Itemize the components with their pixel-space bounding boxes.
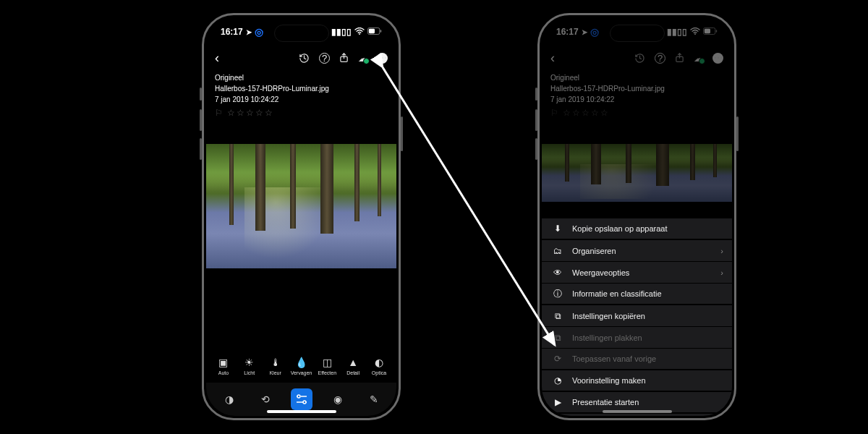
tool-detail[interactable]: ▲Detail xyxy=(341,357,365,375)
battery-icon xyxy=(367,27,382,37)
apply-icon: ⟳ xyxy=(552,354,563,364)
tool-blur[interactable]: 💧Vervagen xyxy=(289,357,313,375)
home-indicator[interactable] xyxy=(267,410,336,413)
folders-icon: 🗂 xyxy=(552,246,563,256)
app-toolbar: ‹ ? ☁ … xyxy=(542,46,732,69)
volume-up xyxy=(535,109,537,131)
svg-rect-14 xyxy=(716,30,717,33)
origin-label: Origineel xyxy=(215,72,388,83)
clock: 16:17 xyxy=(556,27,579,37)
download-icon: ⬇ xyxy=(552,224,563,234)
chevron-right-icon: › xyxy=(720,268,723,277)
svg-point-0 xyxy=(359,33,360,35)
menu-organize[interactable]: 🗂Organiseren› xyxy=(542,240,732,262)
phone-mockup-left: 16:17 ➤ ◎ ✓ ▮▮▯▯ ‹ ? xyxy=(202,13,401,420)
cellular-icon: ▮▮▯▯ xyxy=(667,27,687,37)
help-icon[interactable]: ? xyxy=(319,53,330,64)
menu-view-options[interactable]: 👁Weergaveopties› xyxy=(542,262,732,284)
location-icon: ➤ xyxy=(246,28,252,36)
paste-icon: ⧉ xyxy=(552,333,563,343)
more-button[interactable]: … xyxy=(712,53,723,64)
location-icon: ➤ xyxy=(582,28,587,36)
share-icon[interactable] xyxy=(675,53,684,63)
photo-metadata: Origineel Hallerbos-157-HDRPro-Luminar.j… xyxy=(206,69,396,119)
tool-light[interactable]: ☀Licht xyxy=(237,357,262,375)
volume-up xyxy=(200,109,202,131)
history-icon[interactable] xyxy=(299,53,310,64)
menu-save-copy[interactable]: ⬇Kopie opslaan op apparaat xyxy=(542,218,732,240)
power-button xyxy=(401,116,403,151)
nav-crop[interactable]: ⟲ xyxy=(255,388,276,410)
filename: Hallerbos-157-HDRPro-Luminar.jpg xyxy=(550,83,723,94)
filename: Hallerbos-157-HDRPro-Luminar.jpg xyxy=(215,83,388,94)
home-indicator[interactable] xyxy=(603,410,672,413)
back-button[interactable]: ‹ xyxy=(550,51,555,66)
menu-create-preset[interactable]: ◔Voorinstelling maken xyxy=(542,370,732,392)
tool-effects[interactable]: ◫Effecten xyxy=(315,357,339,375)
datetime: 7 jan 2019 10:24:22 xyxy=(215,94,388,105)
svg-rect-13 xyxy=(705,29,710,33)
menu-paste-settings: ⧉Instellingen plakken xyxy=(542,327,732,349)
sync-ok-icon: ✓ xyxy=(319,27,328,37)
info-icon: ⓘ xyxy=(552,288,563,300)
app-toolbar: ‹ ? ☁ … xyxy=(206,46,396,69)
edit-tools-bar: ▣Auto ☀Licht 🌡Kleur 💧Vervagen ◫Effecten … xyxy=(206,349,396,383)
menu-apply-previous: ⟳Toepassen vanaf vorige xyxy=(542,349,732,370)
nav-healing[interactable]: ✎ xyxy=(363,388,385,410)
svg-rect-2 xyxy=(369,29,375,33)
help-icon[interactable]: ? xyxy=(655,53,665,64)
wifi-icon xyxy=(354,27,365,37)
rating[interactable]: ⚐☆☆☆☆☆ xyxy=(215,106,388,119)
tool-optics[interactable]: ◐Optica xyxy=(367,357,391,375)
svg-point-8 xyxy=(303,401,306,404)
airdrop-icon: ◎ xyxy=(255,26,263,38)
share-icon[interactable] xyxy=(339,53,349,63)
photo-preview[interactable] xyxy=(542,144,732,202)
svg-point-5 xyxy=(297,395,300,398)
clock: 16:17 xyxy=(221,27,243,37)
datetime: 7 jan 2019 10:24:22 xyxy=(550,94,723,105)
sync-ok-icon: ✓ xyxy=(655,27,664,37)
play-icon: ▶ xyxy=(552,397,563,407)
rating[interactable]: ⚐☆☆☆☆☆ xyxy=(550,106,723,119)
photo-preview[interactable] xyxy=(206,144,396,268)
menu-info[interactable]: ⓘInformatie en classificatie xyxy=(542,284,732,305)
menu-copy-settings[interactable]: ⧉Instellingen kopiëren xyxy=(542,305,732,327)
cloud-sync-icon[interactable]: ☁ xyxy=(694,53,703,64)
status-bar: 16:17 ➤ ◎ ✓ ▮▮▯▯ xyxy=(542,17,732,46)
phone-mockup-right: 16:17 ➤ ◎ ✓ ▮▮▯▯ ‹ ? ☁ xyxy=(537,13,736,420)
history-icon[interactable] xyxy=(634,53,645,64)
origin-label: Origineel xyxy=(550,72,723,83)
mute-switch xyxy=(200,88,202,101)
svg-point-11 xyxy=(694,33,696,35)
annotation-arrow xyxy=(0,0,868,434)
tool-auto[interactable]: ▣Auto xyxy=(211,357,236,375)
copy-icon: ⧉ xyxy=(552,311,563,321)
flag-icon[interactable]: ⚐ xyxy=(215,108,224,118)
svg-line-16 xyxy=(383,67,555,345)
cloud-sync-icon[interactable]: ☁ xyxy=(358,53,367,64)
eye-icon: 👁 xyxy=(552,268,563,278)
flag-icon[interactable]: ⚐ xyxy=(550,108,560,118)
mute-switch xyxy=(535,88,537,101)
nav-masking[interactable]: ◉ xyxy=(327,388,349,410)
more-button[interactable]: … xyxy=(377,53,388,64)
wifi-icon xyxy=(690,27,700,37)
volume-down xyxy=(535,138,537,160)
status-bar: 16:17 ➤ ◎ ✓ ▮▮▯▯ xyxy=(206,17,396,46)
battery-icon xyxy=(703,27,718,37)
preset-icon: ◔ xyxy=(552,375,563,386)
airdrop-icon: ◎ xyxy=(590,26,599,38)
photo-metadata: Origineel Hallerbos-157-HDRPro-Luminar.j… xyxy=(542,69,732,119)
volume-down xyxy=(200,138,202,160)
more-menu-sheet: ⬇Kopie opslaan op apparaat 🗂Organiseren›… xyxy=(542,218,732,416)
menu-app-settings[interactable]: ✱App-instellingen xyxy=(542,414,732,416)
cellular-icon: ▮▮▯▯ xyxy=(331,27,352,37)
nav-presets[interactable]: ◑ xyxy=(218,388,240,410)
power-button xyxy=(736,116,739,151)
tool-color[interactable]: 🌡Kleur xyxy=(263,357,288,375)
back-button[interactable]: ‹ xyxy=(215,51,219,66)
svg-rect-3 xyxy=(380,30,381,33)
nav-edit[interactable] xyxy=(291,388,312,410)
chevron-right-icon: › xyxy=(720,247,723,255)
